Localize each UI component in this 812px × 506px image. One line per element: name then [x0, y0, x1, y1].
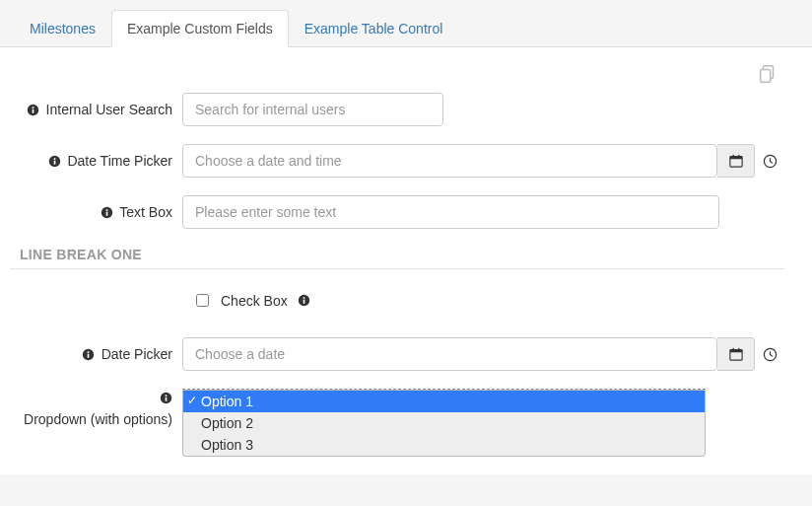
- svg-rect-4: [33, 107, 34, 108]
- info-icon[interactable]: [82, 347, 96, 361]
- info-icon[interactable]: [159, 391, 172, 404]
- date-picker-input[interactable]: [182, 337, 717, 371]
- svg-rect-29: [165, 395, 167, 397]
- dropdown-listbox[interactable]: Option 1 Option 2 Option 3: [182, 390, 706, 457]
- svg-rect-15: [105, 209, 107, 211]
- info-icon[interactable]: [27, 103, 40, 116]
- svg-rect-3: [33, 108, 34, 112]
- date-time-picker-label: Date Time Picker: [67, 153, 172, 169]
- dropdown-option-2[interactable]: Option 2: [183, 412, 705, 434]
- svg-rect-28: [165, 397, 167, 400]
- dropdown-label: Dropdown (with options): [24, 411, 172, 427]
- calendar-icon: [729, 347, 743, 361]
- history-icon[interactable]: [755, 347, 784, 362]
- history-icon[interactable]: [755, 154, 784, 169]
- calendar-icon-button[interactable]: [717, 337, 755, 371]
- svg-rect-6: [54, 160, 56, 164]
- info-icon[interactable]: [100, 205, 113, 219]
- svg-rect-18: [304, 297, 305, 299]
- svg-rect-17: [304, 300, 305, 304]
- check-box-label: Check Box: [221, 293, 288, 309]
- svg-rect-21: [88, 351, 90, 353]
- svg-rect-9: [729, 157, 741, 160]
- tab-milestones[interactable]: Milestones: [14, 10, 111, 47]
- svg-rect-1: [761, 69, 771, 82]
- tab-example-custom-fields[interactable]: Example Custom Fields: [111, 10, 289, 47]
- section-line-break-one: LINE BREAK ONE: [20, 247, 784, 262]
- tab-panel-custom-fields: Internal User Search Date Time Picker: [0, 47, 812, 474]
- tab-example-table-control[interactable]: Example Table Control: [289, 10, 459, 47]
- svg-rect-23: [729, 350, 741, 353]
- calendar-icon: [729, 154, 743, 168]
- internal-user-search-input[interactable]: [182, 93, 443, 126]
- divider: [10, 268, 784, 269]
- tab-bar: Milestones Example Custom Fields Example…: [0, 10, 812, 47]
- calendar-icon-button[interactable]: [717, 144, 755, 178]
- date-time-picker-input[interactable]: [182, 144, 717, 178]
- dropdown-option-1[interactable]: Option 1: [183, 391, 705, 412]
- text-box-label: Text Box: [119, 204, 172, 220]
- info-icon[interactable]: [298, 294, 311, 308]
- svg-rect-20: [88, 353, 90, 357]
- svg-rect-14: [105, 211, 107, 215]
- svg-rect-7: [54, 158, 56, 160]
- svg-rect-10: [732, 155, 733, 158]
- text-box-input[interactable]: [182, 195, 719, 229]
- svg-rect-24: [732, 348, 733, 351]
- check-box-input[interactable]: [196, 294, 209, 307]
- svg-rect-11: [738, 155, 739, 158]
- svg-rect-25: [738, 348, 739, 351]
- internal-user-search-label: Internal User Search: [46, 102, 172, 117]
- date-picker-label: Date Picker: [102, 346, 172, 362]
- dropdown-option-3[interactable]: Option 3: [183, 434, 705, 456]
- copy-icon[interactable]: [757, 63, 778, 88]
- info-icon[interactable]: [47, 154, 61, 168]
